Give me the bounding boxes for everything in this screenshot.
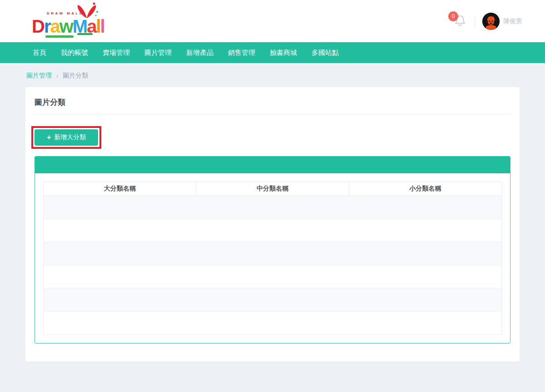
logo-wordmark: DrawMall	[32, 17, 104, 35]
table-column-header: 大分類名稱	[44, 182, 196, 196]
add-major-category-label: 新增大分類	[54, 133, 86, 142]
user-name: 陳俊憲	[503, 17, 522, 25]
page-bottom-spacer	[0, 362, 545, 392]
logo-letter: l	[100, 16, 104, 36]
category-table: 大分類名稱中分類名稱小分類名稱	[43, 181, 502, 335]
logo-letter: r	[44, 16, 50, 36]
table-cell-empty	[44, 312, 502, 335]
table-row	[44, 196, 502, 219]
nav-item-5[interactable]: 新增產品	[179, 42, 221, 63]
table-header-row: 大分類名稱中分類名稱小分類名稱	[44, 182, 502, 196]
panel-body: 大分類名稱中分類名稱小分類名稱	[35, 173, 510, 343]
table-cell-empty	[44, 219, 502, 242]
table-cell-empty	[44, 196, 502, 219]
table-body	[44, 196, 502, 335]
user-menu[interactable]: 陳俊憲	[482, 13, 522, 30]
table-row	[44, 219, 502, 242]
top-header: DRAW MALL DrawMall 0	[0, 0, 545, 42]
logo-brush-stroke	[45, 35, 74, 38]
nav-item-3[interactable]: 賣場管理	[95, 42, 137, 63]
nav-item-2[interactable]: 我的帳號	[54, 42, 95, 63]
nav-item-8[interactable]: 多國站點	[304, 42, 346, 63]
breadcrumb: 圖片管理 › 圖片分類	[0, 63, 545, 80]
table-cell-empty	[44, 242, 502, 265]
highlight-annotation-box: + 新增大分類	[31, 126, 101, 149]
nav-item-4[interactable]: 圖片管理	[137, 42, 179, 63]
content-card: 圖片分類 + 新增大分類 大分類名稱中分類名稱小分類名稱	[25, 87, 520, 362]
header-actions: 0 陳俊憲	[454, 13, 522, 30]
main-nav-list: 首頁我的帳號賣場管理圖片管理新增產品銷售管理臉書商城多國站點	[0, 42, 545, 63]
table-row	[44, 265, 502, 289]
breadcrumb-item-image-management[interactable]: 圖片管理	[26, 72, 52, 80]
table-row	[44, 289, 502, 312]
drawmall-logo[interactable]: DRAW MALL DrawMall	[32, 4, 120, 39]
logo-letter: w	[59, 16, 73, 36]
logo-letter: a	[50, 16, 59, 36]
header-divider	[475, 16, 475, 27]
logo-letter: D	[32, 16, 44, 36]
logo-subtext: DRAW MALL	[47, 11, 83, 15]
avatar	[482, 13, 500, 30]
breadcrumb-item-image-category: 圖片分類	[63, 72, 88, 80]
plus-icon: +	[47, 134, 51, 141]
breadcrumb-separator: ›	[56, 73, 58, 79]
table-column-header: 小分類名稱	[349, 182, 501, 196]
nav-item-1[interactable]: 首頁	[25, 42, 54, 63]
table-row	[44, 242, 502, 265]
page-title: 圖片分類	[35, 96, 510, 114]
notifications-button[interactable]: 0	[454, 14, 467, 29]
nav-item-7[interactable]: 臉書商城	[263, 42, 304, 63]
notification-count-badge: 0	[448, 11, 458, 21]
nav-item-6[interactable]: 銷售管理	[221, 42, 263, 63]
logo-brush-stroke	[77, 33, 93, 35]
table-row	[44, 312, 502, 335]
table-cell-empty	[44, 289, 502, 312]
table-cell-empty	[44, 265, 502, 289]
add-major-category-button[interactable]: + 新增大分類	[35, 129, 98, 146]
panel-header-bar	[35, 157, 510, 173]
table-column-header: 中分類名稱	[196, 182, 349, 196]
main-nav: 首頁我的帳號賣場管理圖片管理新增產品銷售管理臉書商城多國站點	[0, 42, 545, 63]
category-panel: 大分類名稱中分類名稱小分類名稱	[35, 156, 510, 343]
logo-letter: l	[96, 16, 100, 36]
